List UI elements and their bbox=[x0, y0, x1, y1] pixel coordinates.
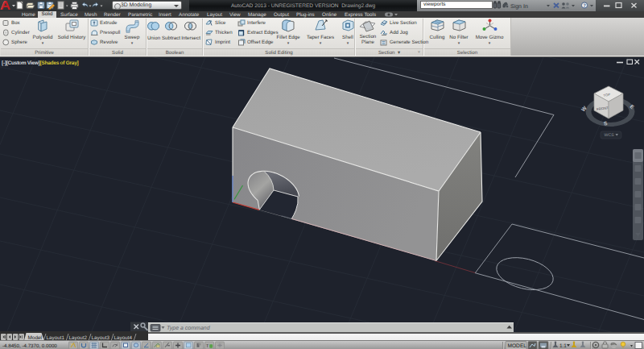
svg-text:[-][Custom View][Shades of Gra: [-][Custom View][Shades of Gray] bbox=[2, 60, 79, 66]
svg-text:T: T bbox=[206, 343, 209, 349]
svg-text:WCS: WCS bbox=[605, 133, 615, 138]
svg-text:?: ? bbox=[583, 3, 585, 9]
svg-text:Type a command: Type a command bbox=[167, 325, 211, 331]
svg-text:Sign In: Sign In bbox=[510, 3, 528, 10]
svg-text:MODEL: MODEL bbox=[508, 343, 527, 349]
svg-text:-4.8450, -4.7370, 0.0000: -4.8450, -4.7370, 0.0000 bbox=[2, 343, 57, 349]
svg-text:1:1: 1:1 bbox=[559, 343, 567, 349]
